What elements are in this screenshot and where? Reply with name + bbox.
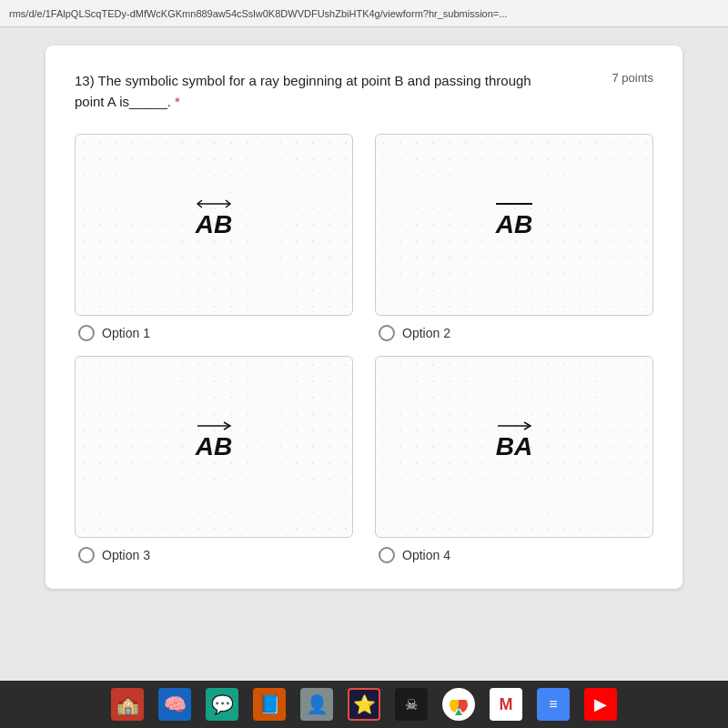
option-1-notation — [196, 197, 232, 210]
xray-taskbar-icon[interactable]: ☠ — [395, 688, 428, 721]
browser-url: rms/d/e/1FAlpQLScqTEDy-dMfWcKGKmn889aw54… — [9, 8, 507, 19]
option-1-block: AB Option 1 — [75, 134, 353, 341]
option-2-label: Option 2 — [402, 326, 450, 340]
docs-taskbar-icon[interactable]: ≡ — [537, 688, 570, 721]
points-badge: 7 points — [612, 71, 653, 85]
youtube-taskbar-icon[interactable]: ▶ — [584, 688, 617, 721]
option-1-radio[interactable] — [78, 325, 95, 341]
options-grid: AB Option 1 — [75, 134, 653, 563]
option-3-image[interactable]: AB — [75, 356, 353, 538]
book-taskbar-icon[interactable]: 📘 — [253, 688, 286, 721]
option-1-label: Option 1 — [102, 326, 150, 340]
option-1-radio-row: Option 1 — [75, 325, 150, 341]
option-4-label: Option 4 — [402, 548, 450, 562]
option-3-radio[interactable] — [78, 547, 95, 563]
gmail-taskbar-icon[interactable]: M — [490, 688, 522, 721]
brain-taskbar-icon[interactable]: 🧠 — [158, 688, 191, 721]
option-3-symbol: AB — [196, 432, 232, 461]
question-required: * — [175, 94, 180, 109]
option-4-symbol: BA — [496, 432, 532, 461]
option-3-radio-row: Option 3 — [75, 547, 150, 563]
option-4-image[interactable]: BA — [375, 356, 653, 538]
page-content: 13) The symbolic symbol for a ray beginn… — [0, 27, 728, 728]
option-4-block: BA Option 4 — [375, 356, 653, 563]
question-text: 13) The symbolic symbol for a ray beginn… — [75, 71, 548, 112]
option-2-radio[interactable] — [379, 325, 395, 341]
option-3-notation — [196, 420, 232, 432]
question-body: The symbolic symbol for a ray beginning … — [75, 73, 531, 109]
star-taskbar-icon[interactable]: ⭐ — [348, 688, 380, 721]
option-2-block: AB Option 2 — [375, 134, 653, 341]
option-3-block: AB Option 3 — [75, 356, 353, 563]
option-4-radio-row: Option 4 — [375, 547, 450, 563]
option-4-radio[interactable] — [379, 547, 395, 563]
option-4-notation — [496, 420, 532, 432]
option-2-symbol: AB — [496, 210, 532, 239]
option-1-letters: AB — [196, 210, 232, 239]
option-3-letters: AB — [196, 432, 232, 461]
browser-bar: rms/d/e/1FAlpQLScqTEDy-dMfWcKGKmn889aw54… — [0, 0, 728, 27]
form-card: 13) The symbolic symbol for a ray beginn… — [46, 46, 682, 589]
taskbar: 🏫 🧠 💬 📘 👤 ⭐ ☠ M ≡ ▶ — [0, 681, 728, 728]
school-taskbar-icon[interactable]: 🏫 — [111, 688, 144, 721]
question-header: 13) The symbolic symbol for a ray beginn… — [75, 71, 653, 112]
option-2-notation — [496, 197, 532, 207]
option-2-image[interactable]: AB — [375, 134, 653, 316]
chat-taskbar-icon[interactable]: 💬 — [206, 688, 238, 721]
option-4-letters: BA — [496, 432, 532, 461]
option-3-label: Option 3 — [102, 548, 150, 562]
person-taskbar-icon[interactable]: 👤 — [300, 688, 333, 721]
chrome-taskbar-icon[interactable] — [442, 688, 475, 721]
option-2-radio-row: Option 2 — [375, 325, 450, 341]
option-1-symbol: AB — [196, 210, 232, 239]
option-1-image[interactable]: AB — [75, 134, 353, 316]
question-number: 13) — [75, 73, 95, 88]
option-2-letters: AB — [496, 210, 532, 239]
